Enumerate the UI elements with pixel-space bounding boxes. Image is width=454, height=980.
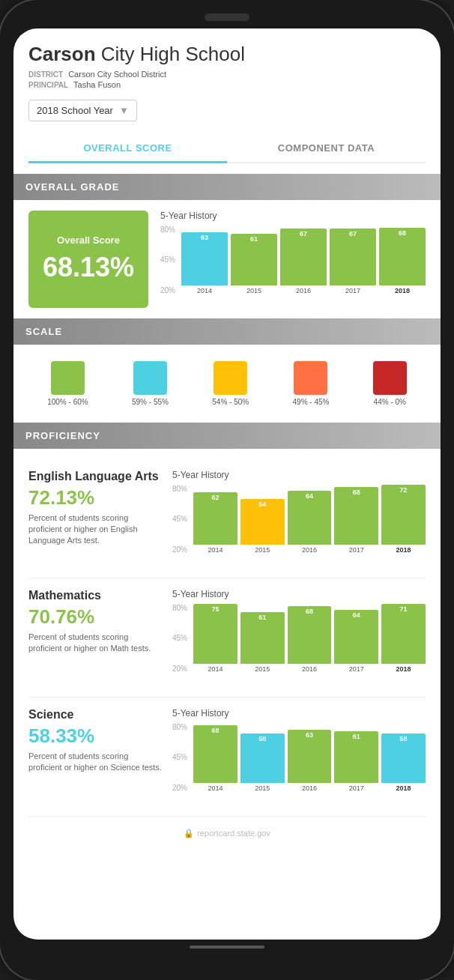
bar-group: 582018	[381, 723, 426, 792]
bar-year-label: 2014	[208, 546, 223, 554]
overall-bar-chart: 80%45%20%632014612015672016672017682018	[160, 226, 426, 308]
bar: 72	[381, 485, 426, 545]
bar-year-label: 2015	[255, 665, 270, 673]
bar-year-label: 2017	[349, 665, 364, 673]
prof-desc: Percent of students scoring proficient o…	[28, 632, 163, 655]
bar: 62	[193, 492, 237, 545]
bar-year-label: 2016	[302, 665, 317, 673]
phone-frame: Carson City High School DISTRICT Carson …	[0, 0, 454, 980]
bar: 63	[288, 730, 332, 783]
phone-screen: Carson City High School DISTRICT Carson …	[13, 28, 441, 940]
bar: 61	[334, 731, 378, 783]
bar-group: 752014	[193, 604, 237, 673]
bar-year-label: 2015	[246, 287, 261, 294]
overall-score-value: 68.13%	[43, 252, 134, 283]
district-label: DISTRICT	[28, 70, 63, 79]
prof-left: English Language Arts72.13%Percent of st…	[28, 470, 163, 567]
bar-group: 682016	[288, 604, 332, 673]
school-name-rest: City High School	[96, 43, 245, 65]
bar: 58	[381, 734, 426, 782]
bar: 61	[240, 612, 285, 664]
y-axis-labels: 80%45%20%	[172, 485, 193, 567]
bar-group: 682014	[193, 723, 237, 792]
footer: 🔒 reportcard.state.gov	[28, 817, 426, 844]
prof-right: 5-Year History80%45%20%62201454201564201…	[172, 470, 426, 567]
bar-group: 642016	[288, 485, 332, 554]
proficiency-row: English Language Arts72.13%Percent of st…	[28, 459, 426, 578]
scale-color-box	[214, 361, 247, 395]
bar-group: 722018	[381, 485, 426, 554]
bar-year-label: 2015	[255, 784, 270, 792]
prof-chart-title: 5-Year History	[172, 589, 426, 599]
bar-year-label: 2016	[302, 784, 317, 792]
bar-group: 622014	[193, 485, 237, 554]
scale-item: 49% - 45%	[293, 361, 330, 406]
scale-header: SCALE	[13, 318, 441, 345]
bar: 63	[181, 232, 228, 285]
main-content: Carson City High School DISTRICT Carson …	[13, 28, 441, 859]
overall-score-label: Overall Score	[57, 235, 120, 246]
scale-color-box	[294, 361, 327, 395]
bar: 61	[231, 234, 277, 285]
prof-score: 58.33%	[28, 725, 163, 748]
y-axis-labels: 80%45%20%	[160, 226, 181, 308]
footer-url: reportcard.state.gov	[197, 829, 270, 838]
principal-value: Tasha Fuson	[73, 80, 121, 89]
prof-chart-title: 5-Year History	[172, 708, 426, 719]
prof-bar-chart: 80%45%20%752014612015682016642017712018	[172, 604, 426, 686]
bar-year-label: 2017	[345, 287, 360, 294]
bar: 71	[381, 604, 426, 664]
prof-left: Mathematics70.76%Percent of students sco…	[28, 589, 163, 686]
bar: 58	[240, 734, 285, 782]
prof-right: 5-Year History80%45%20%75201461201568201…	[172, 589, 426, 686]
scale-item: 100% - 60%	[47, 361, 88, 406]
bar-group: 672016	[280, 226, 327, 294]
proficiency-header: PROFICIENCY	[13, 423, 441, 449]
overall-card: Overall Score 68.13% 5-Year History 80%4…	[28, 211, 426, 308]
year-selector[interactable]: 2018 School Year ▼	[28, 100, 137, 121]
bar-group: 612015	[240, 604, 285, 673]
bar-group: 542015	[240, 485, 285, 554]
year-label: 2018 School Year	[37, 105, 113, 116]
proficiency-row: Mathematics70.76%Percent of students sco…	[28, 578, 426, 698]
scale-range-label: 49% - 45%	[293, 398, 330, 406]
scale-item: 54% - 50%	[212, 361, 249, 406]
prof-score: 70.76%	[28, 605, 163, 629]
prof-bar-chart: 80%45%20%682014582015632016612017582018	[172, 723, 426, 805]
bar-group: 612017	[334, 723, 378, 792]
bar-group: 612015	[231, 226, 277, 294]
prof-chart-title: 5-Year History	[172, 470, 426, 480]
prof-score: 72.13%	[28, 486, 163, 509]
bar-year-label: 2015	[255, 546, 270, 554]
overall-score-box: Overall Score 68.13%	[28, 211, 148, 308]
prof-bar-chart: 80%45%20%622014542015642016682017722018	[172, 485, 426, 567]
proficiency-row: Science58.33%Percent of students scoring…	[28, 698, 426, 817]
bar-year-label: 2014	[208, 665, 223, 673]
principal-label: PRINCIPAL	[28, 81, 68, 89]
bars-wrapper: 682014582015632016612017582018	[193, 723, 426, 805]
district-row: DISTRICT Carson City School District	[28, 70, 426, 79]
tab-component-data[interactable]: COMPONENT DATA	[227, 135, 426, 162]
scale-range-label: 100% - 60%	[47, 398, 88, 406]
prof-name: Science	[28, 708, 163, 722]
prof-left: Science58.33%Percent of students scoring…	[28, 708, 163, 805]
principal-row: PRINCIPAL Tasha Fuson	[28, 80, 426, 89]
bar-year-label: 2017	[349, 546, 364, 554]
bar-group: 632016	[288, 723, 332, 792]
bar-year-label: 2018	[396, 784, 411, 792]
scale-items: 100% - 60%59% - 55%54% - 50%49% - 45%44%…	[28, 355, 426, 412]
school-name-bold: Carson	[28, 43, 96, 65]
bar-group: 672017	[330, 226, 376, 294]
overall-grade-header: OVERALL GRADE	[13, 174, 441, 200]
bar: 68	[288, 606, 332, 664]
tab-overall-score[interactable]: OVERALL SCORE	[28, 135, 227, 163]
scale-color-box	[373, 361, 407, 395]
overall-chart-title: 5-Year History	[160, 211, 426, 221]
bar: 64	[288, 491, 332, 545]
bars-wrapper: 752014612015682016642017712018	[193, 604, 426, 686]
lock-icon: 🔒	[184, 829, 194, 838]
bar-group: 582015	[240, 723, 285, 792]
proficiency-list: English Language Arts72.13%Percent of st…	[28, 459, 426, 817]
scale-range-label: 44% - 0%	[374, 398, 406, 406]
bar-year-label: 2016	[296, 287, 311, 294]
